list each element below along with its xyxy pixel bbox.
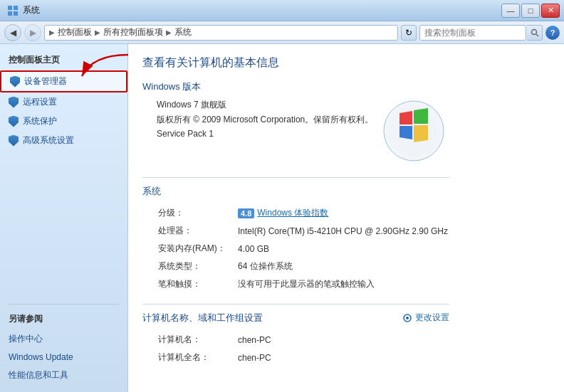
sidebar-item-device-manager[interactable]: 设备管理器 — [0, 70, 127, 92]
sidebar-item-windows-update[interactable]: Windows Update — [0, 349, 127, 366]
search-button[interactable] — [527, 25, 543, 41]
windows-version-heading: Windows 版本 — [142, 80, 449, 93]
section-divider-2 — [142, 304, 449, 304]
system-section: 系统 分级： 4.8 Windows 体验指数 — [142, 185, 449, 294]
windows-copyright: 版权所有 © 2009 Microsoft Corporation。保留所有权利… — [142, 114, 378, 126]
table-row: 计算机全名： chen-PC — [144, 349, 448, 366]
address-path[interactable]: ▶ 控制面板 ▶ 所有控制面板项 ▶ 系统 — [44, 25, 398, 41]
svg-rect-3 — [14, 11, 18, 16]
svg-rect-1 — [14, 6, 18, 10]
system-label-processor: 处理器： — [144, 223, 236, 239]
refresh-button[interactable]: ↻ — [401, 25, 417, 41]
sidebar-also-label: 操作中心 — [9, 333, 43, 345]
title-bar: 系统 — □ ✕ — [0, 0, 564, 21]
sidebar-item-label: 系统保护 — [23, 115, 57, 127]
window-icon — [7, 5, 19, 16]
computer-table: 计算机名： chen-PC 计算机全名： chen-PC — [142, 330, 449, 367]
computer-value-fullname: chen-PC — [238, 349, 448, 366]
system-heading: 系统 — [142, 185, 449, 198]
svg-line-5 — [536, 34, 538, 36]
shield-icon-advanced — [9, 135, 19, 147]
computer-section: 计算机名称、域和工作组设置 更改设置 计算机名： chen-PC — [142, 312, 449, 367]
minimize-button[interactable]: — — [501, 4, 520, 18]
system-value-ram: 4.00 GB — [238, 240, 448, 257]
computer-value-name: chen-PC — [238, 332, 448, 348]
table-row: 分级： 4.8 Windows 体验指数 — [144, 205, 448, 221]
content-area: 查看有关计算机的基本信息 Windows 版本 Windows 7 旗舰版 版权… — [128, 44, 464, 386]
search-icon — [531, 28, 539, 37]
windows-version-section: Windows 7 旗舰版 版权所有 © 2009 Microsoft Corp… — [142, 99, 449, 163]
title-bar-left: 系统 — [7, 4, 40, 16]
shield-icon-device — [10, 76, 20, 88]
sidebar-also-section: 另请参阅 操作中心 Windows Update 性能信息和工具 — [0, 291, 127, 385]
computer-heading: 计算机名称、域和工作组设置 — [142, 312, 263, 324]
help-button[interactable]: ? — [545, 26, 560, 40]
change-settings-label: 更改设置 — [415, 312, 449, 324]
score-link[interactable]: Windows 体验指数 — [257, 207, 328, 219]
system-label-type: 系统类型： — [144, 258, 236, 275]
windows-info: Windows 7 旗舰版 版权所有 © 2009 Microsoft Corp… — [142, 99, 378, 163]
forward-button[interactable]: ▶ — [24, 24, 41, 41]
sidebar-item-performance[interactable]: 性能信息和工具 — [0, 366, 127, 385]
system-value-processor: Intel(R) Core(TM) i5-4210H CPU @ 2.90GHz… — [238, 223, 448, 239]
page-title: 查看有关计算机的基本信息 — [142, 55, 449, 70]
path-sep1: ▶ — [95, 28, 100, 36]
sidebar-item-protection[interactable]: 系统保护 — [0, 112, 127, 131]
svg-rect-2 — [8, 11, 12, 16]
search-input[interactable] — [419, 25, 526, 41]
system-label-pen: 笔和触摸： — [144, 276, 236, 292]
score-badge: 4.8 Windows 体验指数 — [238, 207, 328, 219]
system-label-ram: 安装内存(RAM)： — [144, 240, 236, 257]
system-value-type: 64 位操作系统 — [238, 258, 448, 275]
sidebar-item-label: 远程设置 — [23, 96, 57, 108]
table-row: 笔和触摸： 没有可用于此显示器的笔或触控输入 — [144, 276, 448, 292]
change-settings-link[interactable]: 更改设置 — [402, 312, 449, 324]
sidebar-item-remote[interactable]: 远程设置 — [0, 92, 127, 112]
windows-logo — [378, 99, 449, 163]
table-row: 安装内存(RAM)： 4.00 GB — [144, 240, 448, 257]
table-row: 计算机名： chen-PC — [144, 332, 448, 348]
windows-service-pack: Service Pack 1 — [142, 129, 378, 139]
path-arrow: ▶ — [49, 28, 55, 36]
path-part1: 控制面板 — [58, 26, 92, 38]
windows-edition: Windows 7 旗舰版 — [142, 99, 378, 111]
table-row: 处理器： Intel(R) Core(TM) i5-4210H CPU @ 2.… — [144, 223, 448, 239]
main-layout: 控制面板主页 设备管理器 远程设置 系统保护 高级系统设置 另请参阅 — [0, 44, 564, 392]
section-divider-1 — [142, 177, 449, 178]
path-part3: 系统 — [174, 26, 192, 38]
svg-point-4 — [531, 29, 536, 34]
computer-label-fullname: 计算机全名： — [144, 349, 236, 366]
window-title: 系统 — [23, 4, 40, 16]
svg-rect-0 — [8, 6, 12, 10]
shield-icon-protection — [9, 116, 19, 127]
path-sep2: ▶ — [166, 28, 172, 36]
sidebar-also-label: Windows Update — [9, 352, 73, 362]
system-table: 分级： 4.8 Windows 体验指数 处理器： Intel(R) Core(… — [142, 203, 449, 294]
back-button[interactable]: ◀ — [4, 24, 21, 41]
system-label-rating: 分级： — [144, 205, 236, 221]
computer-label-name: 计算机名： — [144, 332, 236, 348]
close-button[interactable]: ✕ — [541, 4, 560, 18]
sidebar-also-title: 另请参阅 — [0, 310, 127, 329]
system-value-rating: 4.8 Windows 体验指数 — [238, 205, 448, 221]
settings-icon — [402, 313, 412, 323]
sidebar-item-label: 高级系统设置 — [23, 134, 74, 147]
sidebar-also-label: 性能信息和工具 — [9, 369, 68, 381]
title-bar-controls: — □ ✕ — [501, 4, 560, 18]
shield-icon-remote — [9, 97, 19, 108]
sidebar: 控制面板主页 设备管理器 远程设置 系统保护 高级系统设置 另请参阅 — [0, 44, 128, 392]
maximize-button[interactable]: □ — [521, 4, 540, 18]
sidebar-main-title: 控制面板主页 — [0, 51, 127, 70]
window-container: 系统 — □ ✕ ◀ ▶ ▶ 控制面板 ▶ 所有控制面板项 ▶ 系统 ↻ ? — [0, 0, 564, 392]
content-wrapper: 查看有关计算机的基本信息 Windows 版本 Windows 7 旗舰版 版权… — [128, 44, 464, 392]
sidebar-item-action-center[interactable]: 操作中心 — [0, 329, 127, 349]
sidebar-item-advanced[interactable]: 高级系统设置 — [0, 131, 127, 150]
score-number: 4.8 — [238, 208, 254, 218]
path-part2: 所有控制面板项 — [103, 26, 163, 38]
sidebar-item-label: 设备管理器 — [24, 75, 67, 88]
system-value-pen: 没有可用于此显示器的笔或触控输入 — [238, 276, 448, 292]
sidebar-divider — [9, 304, 119, 304]
address-bar: ◀ ▶ ▶ 控制面板 ▶ 所有控制面板项 ▶ 系统 ↻ ? — [0, 21, 564, 44]
table-row: 系统类型： 64 位操作系统 — [144, 258, 448, 275]
svg-point-9 — [406, 317, 409, 319]
